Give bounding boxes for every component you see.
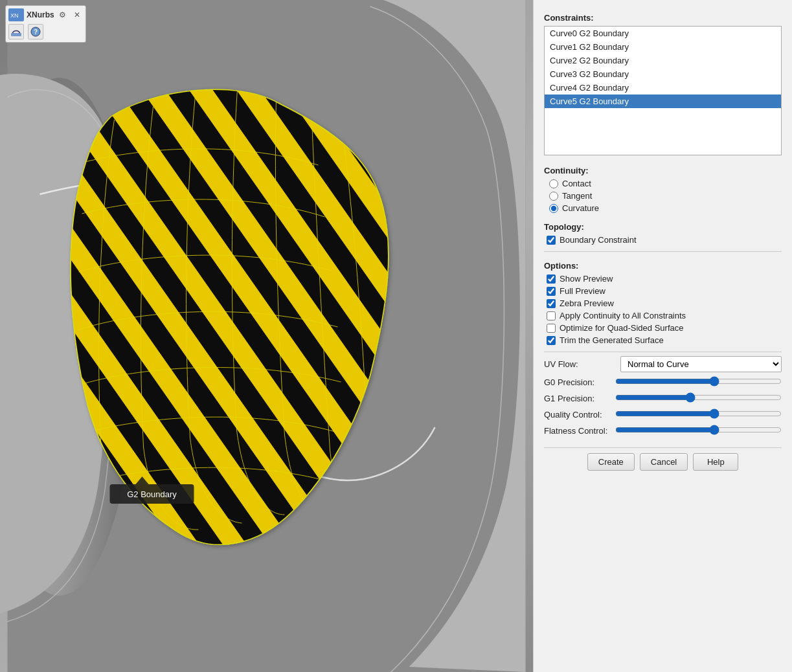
help-button[interactable]: Help [693,453,738,471]
boundary-constraint-row[interactable]: Boundary Constraint [547,235,782,245]
create-button[interactable]: Create [587,453,635,471]
constraint-item-0[interactable]: Curve0 G2 Boundary [545,27,781,40]
g0-precision-label: G0 Precision: [544,377,615,387]
constraint-item-1[interactable]: Curve1 G2 Boundary [545,40,781,54]
boundary-constraint-checkbox[interactable] [547,236,556,245]
flatness-control-label: Flatness Control: [544,426,615,436]
apply-continuity-checkbox[interactable] [547,311,556,320]
constraint-item-3[interactable]: Curve3 G2 Boundary [545,67,781,81]
quality-control-row: Quality Control: [544,409,782,421]
uvflow-label: UV Flow: [544,359,615,369]
quality-control-slider-container [615,409,782,421]
full-preview-checkbox[interactable] [547,287,556,296]
cancel-button[interactable]: Cancel [640,453,688,471]
quality-control-label: Quality Control: [544,410,615,420]
right-panel: Constraints: Curve0 G2 BoundaryCurve1 G2… [533,0,792,672]
flatness-control-row: Flatness Control: [544,425,782,437]
g0-precision-slider-container [615,376,782,388]
xnurbs-gear-button[interactable]: ⚙ [57,9,69,21]
uvflow-row: UV Flow: Normal to Curve Along U Along V… [544,356,782,372]
quality-control-slider[interactable] [615,409,782,419]
constraint-item-4[interactable]: Curve4 G2 Boundary [545,81,781,95]
boundary-constraint-label[interactable]: Boundary Constraint [560,235,637,245]
optimize-quad-label[interactable]: Optimize for Quad-Sided Surface [560,323,683,333]
flatness-control-slider-container [615,425,782,437]
viewport: G2 Boundary XN XNurbs ⚙ ✕ [0,0,533,672]
svg-text:XN: XN [10,12,19,19]
radio-tangent-label: Tangent [562,191,592,201]
svg-text:G2 Boundary: G2 Boundary [127,489,177,499]
g1-precision-slider[interactable] [615,392,782,403]
optimize-quad-checkbox[interactable] [547,324,556,333]
zebra-preview-row[interactable]: Zebra Preview [547,298,782,308]
xnurbs-logo-icon: XN [8,8,24,21]
continuity-radio-group: Contact Tangent Curvature [549,179,782,213]
constraints-list[interactable]: Curve0 G2 BoundaryCurve1 G2 BoundaryCurv… [544,26,782,155]
xnurbs-toolbar: XN XNurbs ⚙ ✕ ? [5,5,86,43]
g1-precision-row: G1 Precision: [544,392,782,405]
svg-text:?: ? [34,28,38,36]
topology-label: Topology: [544,222,782,232]
trim-surface-row[interactable]: Trim the Generated Surface [547,335,782,345]
uvflow-select[interactable]: Normal to Curve Along U Along V Radial [620,356,782,372]
apply-continuity-row[interactable]: Apply Continuity to All Constraints [547,311,782,320]
xnurbs-title: XNurbs [27,10,54,19]
trim-surface-checkbox[interactable] [547,336,556,345]
radio-curvature[interactable]: Curvature [549,203,782,213]
radio-contact-input[interactable] [549,179,558,188]
divider-1 [544,251,782,252]
constraint-item-2[interactable]: Curve2 G2 Boundary [545,54,781,67]
radio-curvature-input[interactable] [549,204,558,213]
radio-contact-label: Contact [562,179,591,188]
continuity-label: Continuity: [544,166,782,175]
show-preview-label[interactable]: Show Preview [560,274,613,284]
g0-precision-slider[interactable] [615,376,782,386]
radio-contact[interactable]: Contact [549,179,782,188]
svg-rect-9 [11,33,21,36]
flatness-control-slider[interactable] [615,425,782,435]
options-label: Options: [544,261,782,271]
apply-continuity-label[interactable]: Apply Continuity to All Constraints [560,311,686,320]
full-preview-row[interactable]: Full Preview [547,286,782,296]
full-preview-label[interactable]: Full Preview [560,286,605,296]
divider-2 [544,352,782,352]
zebra-preview-label[interactable]: Zebra Preview [560,298,614,308]
show-preview-checkbox[interactable] [547,274,556,284]
xnurbs-close-button[interactable]: ✕ [71,9,83,21]
constraints-label: Constraints: [544,13,782,23]
g1-precision-label: G1 Precision: [544,394,615,403]
constraint-item-5[interactable]: Curve5 G2 Boundary [545,95,781,108]
xnurbs-help-icon-button[interactable]: ? [28,24,43,39]
radio-curvature-label: Curvature [562,203,599,213]
zebra-preview-checkbox[interactable] [547,299,556,308]
optimize-quad-row[interactable]: Optimize for Quad-Sided Surface [547,323,782,333]
radio-tangent-input[interactable] [549,192,558,201]
bottom-buttons: Create Cancel Help [544,447,782,471]
g1-precision-slider-container [615,392,782,405]
trim-surface-label[interactable]: Trim the Generated Surface [560,335,664,345]
show-preview-row[interactable]: Show Preview [547,274,782,284]
g0-precision-row: G0 Precision: [544,376,782,388]
xnurbs-surface-icon-button[interactable] [8,24,24,39]
radio-tangent[interactable]: Tangent [549,191,782,201]
